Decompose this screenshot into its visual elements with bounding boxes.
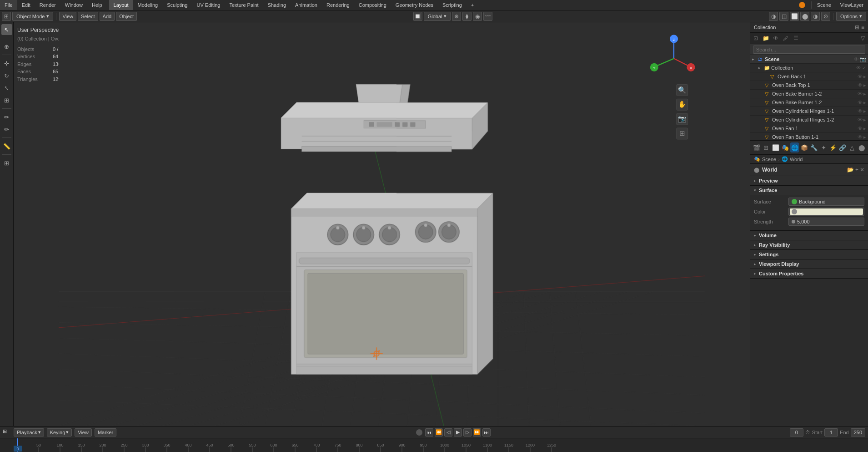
material-shading[interactable]: ◑ — [811, 12, 820, 21]
tab-scripting[interactable]: Scripting — [438, 0, 467, 10]
props-particles-icon[interactable]: ✦ — [819, 142, 828, 152]
tab-sculpting[interactable]: Sculpting — [162, 0, 192, 10]
proportional-falloff[interactable]: 〰 — [483, 12, 492, 21]
color-value-btn[interactable] — [788, 208, 864, 216]
outliner-mode-icon[interactable]: 👁 — [771, 34, 780, 43]
wireframe-shading[interactable]: ⬜ — [790, 12, 799, 21]
props-world-icon active[interactable]: 🌐 — [790, 142, 799, 152]
tab-uv-editing[interactable]: UV Editing — [192, 0, 225, 10]
section-viewport-display-header[interactable]: ▸ Viewport Display — [750, 259, 868, 269]
prev-frame-btn[interactable]: ⏪ — [435, 428, 443, 437]
item-sel[interactable]: ▸ — [863, 74, 866, 80]
tab-texture-paint[interactable]: Texture Paint — [225, 0, 263, 10]
marker-menu[interactable]: Marker — [95, 428, 116, 437]
outliner-hide-icon[interactable]: 🖊 — [781, 34, 790, 43]
end-frame-display[interactable]: 250 — [851, 428, 865, 437]
props-data-icon[interactable]: △ — [848, 142, 857, 152]
timeline-type-icon[interactable]: ⊞ — [3, 428, 11, 437]
surface-value-btn[interactable]: Background — [788, 198, 864, 206]
menu-file[interactable]: File — [0, 0, 17, 10]
props-view-layer-icon[interactable]: ⬜ — [771, 142, 780, 152]
outliner-item-7[interactable]: ▽ Oven Fan Button 1-1 👁 ▸ — [750, 133, 868, 140]
tab-add[interactable]: + — [467, 0, 478, 10]
outliner-item-scene-collection[interactable]: ▸ 🗂 Scene 👁 📷 — [750, 55, 868, 64]
viewport-canvas[interactable]: Z X Y 🔍 ✋ 📷 ⊞ — [14, 22, 750, 426]
outliner-item-6[interactable]: ▽ Oven Fan 1 👁 ▸ — [750, 124, 868, 133]
breadcrumb-scene[interactable]: Scene — [762, 157, 776, 162]
select-menu[interactable]: Select — [78, 12, 98, 21]
item-visibility-icon[interactable]: 👁 — [854, 56, 859, 62]
section-settings-header[interactable]: ▸ Settings — [750, 250, 868, 259]
props-modifier-icon[interactable]: 🔧 — [809, 142, 818, 152]
snap-toggle[interactable]: 🔲 — [413, 12, 422, 21]
props-material-icon[interactable]: ⬤ — [858, 142, 866, 152]
tab-modeling[interactable]: Modeling — [133, 0, 163, 10]
move-tool[interactable]: ✛ — [1, 58, 12, 69]
section-surface-header[interactable]: ▾ Surface — [750, 186, 868, 195]
proportional-btn[interactable]: ◉ — [473, 12, 482, 21]
options-dropdown[interactable]: Options ▾ — [836, 12, 866, 21]
transform-dropdown[interactable]: Global ▾ — [424, 12, 451, 21]
next-keyframe-btn[interactable]: ▷ — [463, 428, 472, 437]
section-ray-visibility-header[interactable]: ▸ Ray Visibility — [750, 240, 868, 249]
view-menu[interactable]: View — [59, 12, 76, 21]
cursor-tool[interactable]: ⊕ — [1, 41, 12, 52]
start-frame-display[interactable]: 1 — [824, 428, 838, 437]
measure-tool[interactable]: 📏 — [1, 141, 12, 152]
timeline-ruler[interactable]: 0 50 100 150 200 250 300 350 400 — [0, 438, 868, 452]
section-volume-header[interactable]: ▸ Volume — [750, 231, 868, 240]
breadcrumb-world[interactable]: World — [790, 157, 803, 162]
item-vis-icon[interactable]: 👁 — [856, 65, 861, 71]
outliner-filter-icon[interactable]: ≡ — [861, 24, 864, 30]
world-browse-icon[interactable]: 📂 — [847, 167, 854, 173]
outliner-options-icon[interactable]: ⊞ — [855, 24, 859, 30]
blender-logo-btn[interactable] — [794, 0, 810, 10]
menu-window[interactable]: Window — [60, 0, 87, 10]
world-new-icon[interactable]: + — [855, 167, 858, 173]
outliner-item-3[interactable]: ▽ Oven Bake Burner 1-2 👁 ▸ — [750, 98, 868, 107]
props-constraints-icon[interactable]: 🔗 — [838, 142, 847, 152]
add-menu[interactable]: Add — [100, 12, 115, 21]
outliner-collection-icon[interactable]: 📁 — [761, 34, 770, 43]
item-vis[interactable]: 👁 — [858, 74, 863, 80]
props-output-icon[interactable]: ⊞ — [762, 142, 770, 152]
annotate-tool[interactable]: ✏ — [1, 112, 12, 122]
playback-menu[interactable]: Playback ▾ — [14, 428, 44, 437]
play-btn[interactable]: ▶ — [454, 428, 462, 437]
rendered-shading[interactable]: ⊙ — [821, 12, 830, 21]
outliner-item-1[interactable]: ▽ Oven Back Top 1 👁 ▸ — [750, 81, 868, 90]
props-render-icon[interactable]: 🎬 — [752, 142, 761, 152]
viewport-area[interactable]: User Perspective (0) Collection | Oven F… — [14, 22, 750, 426]
outliner-item-5[interactable]: ▽ Oven Cylindrical Hinges 1-2 👁 ▸ — [750, 116, 868, 124]
solid-shading[interactable]: ⬤ — [800, 12, 809, 21]
tab-layout[interactable]: Layout — [109, 0, 133, 10]
tab-rendering[interactable]: Rendering — [322, 0, 354, 10]
item-vis2[interactable]: 👁 — [858, 82, 863, 88]
current-frame-display[interactable]: 0 — [790, 428, 803, 437]
tab-animation[interactable]: Animation — [291, 0, 322, 10]
outliner-item-0[interactable]: ▽ Oven Back 1 👁 ▸ — [750, 72, 868, 81]
outliner-search-input[interactable] — [753, 46, 865, 54]
outliner-filter-btn[interactable]: ▽ — [858, 34, 867, 43]
outliner-item-collection[interactable]: ▸ 📁 Collection 👁 ✓ — [750, 64, 868, 72]
view-menu-timeline[interactable]: View — [75, 428, 92, 437]
xray-toggle[interactable]: ◫ — [779, 12, 788, 21]
editor-type-btn[interactable]: ⊞ — [2, 12, 11, 21]
item-render-icon[interactable]: 📷 — [860, 56, 866, 62]
tab-shading[interactable]: Shading — [263, 0, 291, 10]
outliner-item-2[interactable]: ▽ Oven Bake Burner 1-2 👁 ▸ — [750, 90, 868, 98]
jump-end-btn[interactable]: ⏭ — [482, 428, 491, 437]
color-swatch[interactable] — [790, 208, 863, 215]
select-tool[interactable]: ↖ — [1, 24, 12, 35]
section-custom-props-header[interactable]: ▸ Custom Properties — [750, 269, 868, 278]
scale-tool[interactable]: ⤡ — [1, 82, 12, 93]
props-physics-icon[interactable]: ⚡ — [829, 142, 838, 152]
section-preview-header[interactable]: ▸ Preview — [750, 176, 868, 185]
annotate-line-tool[interactable]: ✏ — [1, 124, 12, 135]
outliner-select-icon[interactable]: ☰ — [791, 34, 800, 43]
outliner-item-4[interactable]: ▽ Oven Cylindrical Hinges 1-1 👁 ▸ — [750, 107, 868, 116]
item-sel2[interactable]: ▸ — [863, 82, 866, 88]
next-frame-btn[interactable]: ⏩ — [473, 428, 481, 437]
scene-selector[interactable]: Scene — [813, 0, 836, 10]
pivot-btn[interactable]: ⊕ — [452, 12, 461, 21]
